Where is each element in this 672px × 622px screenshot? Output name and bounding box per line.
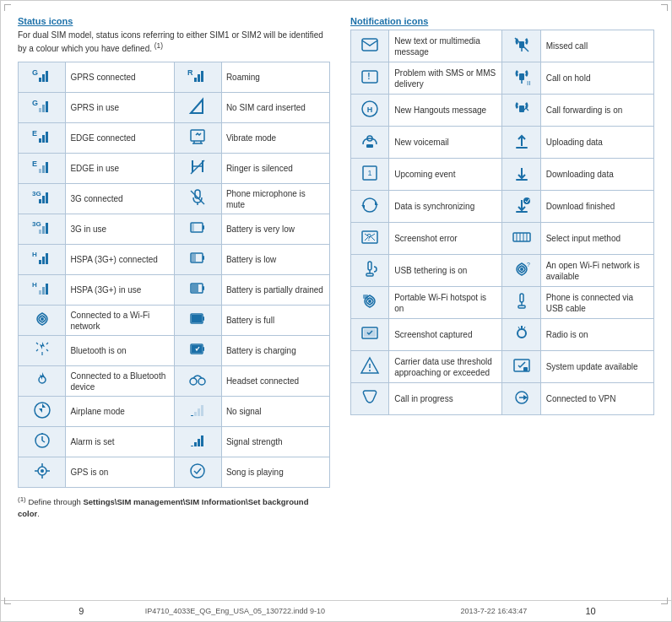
svg-rect-35 (203, 225, 204, 230)
notif-label: Call on hold (540, 62, 653, 95)
icon-cell (174, 184, 221, 214)
svg-rect-64 (198, 408, 200, 416)
table-row: New voicemail Uploading data (351, 127, 654, 159)
table-row: H New Hangouts message C (351, 95, 654, 127)
table-row: Screenshot captured Radio is on (351, 319, 654, 351)
status-label: Signal strength (221, 427, 329, 457)
svg-rect-38 (39, 260, 41, 264)
status-label: GPRS connected (66, 62, 174, 93)
status-label: Battery is full (221, 306, 329, 336)
svg-rect-47 (46, 284, 48, 295)
svg-rect-57 (192, 345, 202, 353)
status-section-desc: For dual SIM model, status icons referri… (18, 30, 330, 55)
notif-icon-cell: ! (351, 62, 389, 95)
table-row: Connected to a Bluetooth device Headset … (19, 366, 330, 397)
svg-point-60 (198, 378, 205, 385)
table-row: New text or multimedia message Missed ca… (351, 30, 654, 62)
status-label: Ringer is silenced (221, 154, 329, 184)
notif-label: Call in progress (389, 383, 502, 415)
notif-label: Screenshot error (389, 223, 502, 255)
notif-icon-cell (351, 255, 389, 287)
icon-cell: R (174, 62, 221, 93)
svg-text:1: 1 (368, 169, 372, 177)
svg-text:E: E (32, 129, 37, 138)
table-row: Alarm is set Signal strength (19, 427, 330, 457)
status-label: Battery is charging (221, 336, 329, 366)
icon-cell: E (19, 123, 66, 154)
table-row: G GPRS in use No SIM car (19, 93, 330, 123)
svg-text:H: H (32, 251, 37, 258)
status-label: Alarm is set (66, 427, 174, 457)
status-label: Airplane mode (66, 397, 174, 427)
svg-rect-72 (198, 439, 200, 446)
svg-text:G: G (32, 68, 38, 77)
notif-label: Data is synchronizing (389, 191, 502, 223)
svg-rect-83 (519, 73, 524, 80)
svg-rect-33 (46, 223, 48, 234)
svg-rect-26 (46, 192, 48, 203)
svg-rect-65 (201, 405, 203, 416)
svg-rect-73 (201, 435, 203, 446)
notif-label: Call forwarding is on (540, 95, 653, 127)
svg-text:?: ? (527, 262, 530, 268)
svg-rect-7 (201, 71, 203, 82)
svg-rect-19 (39, 169, 41, 173)
svg-text:II: II (527, 79, 530, 87)
notif-icon-cell (502, 287, 540, 319)
svg-point-111 (368, 300, 371, 303)
notif-icon-cell (351, 287, 389, 319)
svg-rect-45 (39, 290, 41, 295)
svg-rect-10 (42, 105, 45, 112)
svg-point-109 (520, 268, 523, 271)
table-row: Portable Wi-Fi hotspot is on Phone is co… (351, 287, 654, 319)
notif-label: Screenshot captured (389, 319, 502, 351)
status-footnote: (1) Define through Settings\SIM manageme… (18, 495, 330, 519)
status-label: No SIM card inserted (221, 93, 329, 123)
svg-text:?: ? (366, 233, 371, 242)
notification-icons-table: New text or multimedia message Missed ca… (350, 30, 654, 415)
svg-rect-25 (42, 196, 45, 203)
icon-cell (174, 93, 221, 123)
icon-cell (174, 214, 221, 245)
svg-rect-106 (368, 262, 371, 270)
notif-section-title: Notification icons (350, 16, 654, 26)
table-row: Connected to a Wi-Fi network Battery is … (19, 306, 330, 336)
svg-rect-14 (39, 138, 41, 143)
status-label: GPRS in use (66, 93, 174, 123)
notif-label: Download finished (540, 191, 653, 223)
status-label: Phone microphone is mute (221, 184, 329, 214)
svg-rect-31 (39, 230, 41, 234)
status-label: Headset connected (221, 366, 329, 397)
notif-icon-cell (351, 191, 389, 223)
svg-point-59 (190, 378, 197, 385)
icon-cell: G (19, 62, 66, 93)
icon-cell (174, 397, 221, 427)
svg-rect-49 (203, 286, 204, 290)
icon-cell (174, 245, 221, 275)
table-row: E EDGE in use (19, 154, 330, 184)
status-label: Battery is low (221, 245, 329, 275)
notif-icon-cell (502, 127, 540, 159)
notif-icon-cell (502, 223, 540, 255)
svg-text:E: E (32, 160, 37, 168)
status-label: Battery is very low (221, 214, 329, 245)
status-label: 3G connected (66, 184, 174, 214)
svg-rect-15 (42, 135, 45, 143)
icon-cell (19, 336, 66, 366)
icon-cell (174, 427, 221, 457)
notif-icon-cell (502, 95, 540, 127)
notif-icon-cell (502, 159, 540, 191)
notif-icon-cell (502, 191, 540, 223)
notif-label: Downloading data (540, 159, 653, 191)
status-label: Bluetooth is on (66, 336, 174, 366)
svg-rect-124 (523, 367, 528, 371)
svg-text:H: H (32, 281, 37, 289)
notif-icon-cell: 1 (351, 159, 389, 191)
icon-cell: G (19, 93, 66, 123)
status-icons-table: G GPRS connected R (18, 62, 330, 488)
notif-label: An open Wi-Fi network is available (540, 255, 653, 287)
table-row: Bluetooth is on Battery is charging (19, 336, 330, 366)
icon-cell: E (19, 154, 66, 184)
svg-rect-43 (192, 254, 196, 262)
notif-label: Radio is on (540, 319, 653, 351)
